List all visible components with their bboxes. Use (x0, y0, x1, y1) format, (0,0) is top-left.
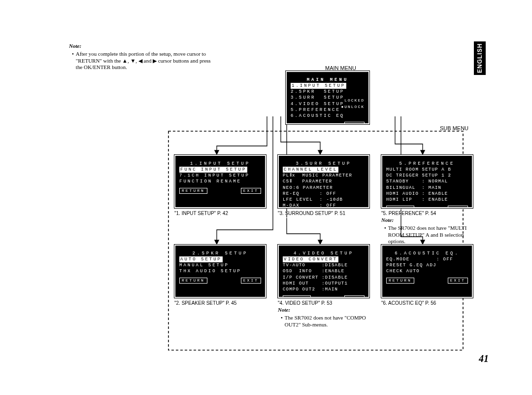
speaker-setup-panel: 2.SPKR SETUP AUTO SETUP MANUAL SETUP THX… (174, 245, 266, 298)
input-setup-panel: 1.INPUT SETUP FUNC INPUT SETUP 7.1CH INP… (174, 155, 266, 208)
panel-row: HDMI LIP : ENABLE (386, 197, 468, 203)
panel-sel: FUNC INPUT SETUP (179, 167, 247, 173)
exit-box: EXIT (448, 278, 468, 284)
note-title: Note: (69, 43, 217, 50)
panel-row: 7.1CH INPUT SETUP (179, 173, 261, 179)
main-menu-label: MAIN MENU (325, 65, 356, 71)
spkr-caption: "2. SPEAKER SETUP" P. 45 (174, 300, 236, 306)
panel-row: BILINGUAL : MAIN (386, 185, 468, 191)
sub-menu-label: SUB MENU (440, 125, 468, 131)
return-box: RETURN (386, 278, 414, 284)
video-setup-panel: 4.VIDEO SETUP VIDEO CONVERT TV-AUTO :DIS… (278, 245, 369, 298)
input-caption: "1. INPUT SETUP" P. 42 (174, 211, 228, 216)
note-text: The SR7002 does not have "MULTI ROOM SET… (388, 225, 473, 245)
panel-header: 3.SURR SETUP (283, 161, 365, 167)
panel-sel: VIDEO CONVERT (283, 256, 338, 262)
panel-header: 4.VIDEO SETUP (283, 251, 365, 256)
panel-header: 2.SPKR SETUP (179, 251, 261, 256)
exit-box: EXIT (344, 295, 365, 302)
note-title: Note: (278, 307, 369, 314)
pref-caption: "5. PREFERENCE" P. 54 (381, 211, 436, 216)
panel-row: TV-AUTO :DISABLE (283, 262, 365, 268)
exit-box: EXIT (241, 278, 261, 284)
surr-setup-panel: 3.SURR SETUP CHANNEL LEVEL PLⅡx MUSIC PA… (278, 155, 369, 208)
panel-row: FUNCTION RENAME (179, 179, 261, 184)
return-box: RETURN (179, 278, 207, 284)
panel-row: HDMI OUT :OUTPUT1 (283, 281, 365, 287)
return-box: RETURN (179, 188, 207, 194)
top-note: Note: After you complete this portion of… (69, 43, 217, 71)
panel-row: STANDBY : NORMAL (386, 179, 468, 184)
note-title: Note: (381, 217, 473, 224)
video-note: Note: The SR7002 does not have "COMPO OU… (278, 307, 369, 328)
panel-row: CHECK AUTO (386, 268, 468, 274)
panel-row: LFE LEVEL : -10dB (283, 197, 365, 203)
panel-row: RE-EQ : OFF (283, 191, 365, 197)
eq-caption: "6. ACOUSTIC EQ" P. 56 (381, 300, 436, 306)
panel-row: PRESET G.EQ ADJ (386, 262, 468, 268)
panel-row: OSD INFO :ENABLE (283, 268, 365, 274)
panel-row: I/P CONVERT :DISABLE (283, 275, 365, 281)
panel-row: MANUAL SETUP (179, 262, 261, 268)
menu-item-selected: 1.INPUT SETUP (291, 83, 346, 89)
video-caption: "4. VIDEO SETUP" P. 53 (278, 300, 332, 306)
acoustic-eq-panel: 6.ACOUSTIC EQ. EQ.MODE : OFF PRESET G.EQ… (381, 245, 473, 298)
panel-row: NEO:6 PARAMETER (283, 185, 365, 191)
panel-row: M-DAX : OFF (283, 203, 365, 209)
panel-row: THX AUDIO SETUP (179, 268, 261, 274)
panel-row: EQ.MODE : OFF (386, 256, 468, 262)
panel-header: 1.INPUT SETUP (179, 161, 261, 167)
panel-row: MULTI ROOM SETUP A B (386, 167, 468, 173)
panel-row: CSⅡ PARAMETER (283, 179, 365, 184)
panel-row: PLⅡx MUSIC PARAMETER (283, 173, 365, 179)
main-menu-panel: MAIN MENU 1.INPUT SETUP 2.SPKR SETUP 3.S… (286, 71, 369, 124)
surr-caption: "3. SURROUND SETUP" P. 51 (278, 211, 345, 216)
panel-sel: CHANNEL LEVEL (283, 167, 338, 173)
preference-panel: 5.PREFERENCE MULTI ROOM SETUP A B DC TRI… (381, 155, 473, 208)
panel-row: DC TRIGGER SETUP 1 2 (386, 173, 468, 179)
menu-item: 2.SPKR SETUP (291, 89, 365, 95)
exit-box: EXIT (241, 188, 261, 194)
panel-row: COMPO OUT2 :MAIN (283, 287, 365, 292)
page-number: 41 (479, 353, 489, 364)
exit-box: EXIT (344, 122, 365, 128)
panel-header: 5.PREFERENCE (386, 161, 468, 167)
lock-status: LOCKED ●UNLOCK (341, 98, 365, 110)
language-tab: ENGLISH (474, 41, 486, 75)
note-text: After you complete this portion of the s… (76, 51, 217, 71)
panel-title: MAIN MENU (291, 77, 365, 83)
menu-item: 6.ACOUSTIC EQ (291, 113, 365, 119)
note-text: The SR7002 does not have "COMPO OUT2" Su… (285, 315, 369, 328)
pref-note: Note: The SR7002 does not have "MULTI RO… (381, 217, 473, 245)
exit-box: EXIT (448, 206, 468, 212)
exit-box: EXIT (344, 212, 365, 218)
panel-header: 6.ACOUSTIC EQ. (386, 251, 468, 256)
panel-row: HDMI AUDIO : ENABLE (386, 191, 468, 197)
panel-sel: AUTO SETUP (179, 256, 223, 262)
